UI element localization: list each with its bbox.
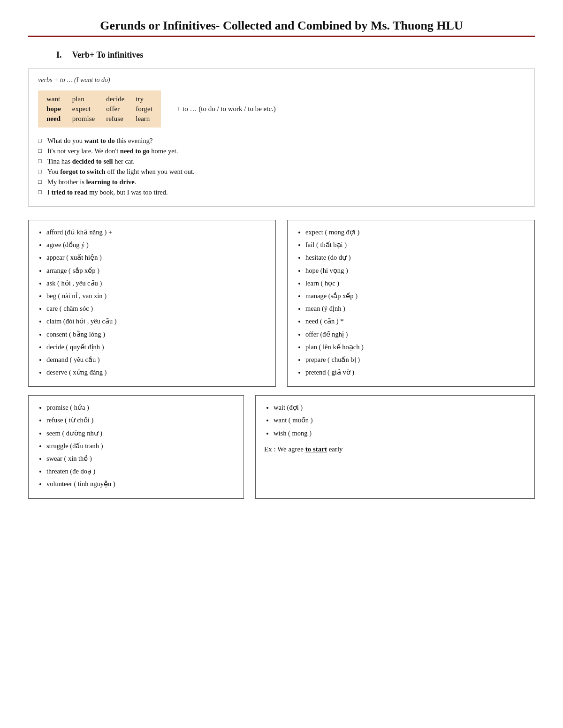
right-item-2: fail ( thất bại ) bbox=[305, 240, 526, 250]
bl-item-3: seem ( dường như ) bbox=[46, 428, 235, 439]
bl-item-5: swear ( xin thề ) bbox=[46, 453, 235, 464]
left-item-8: claim (đòi hỏi , yêu cầu ) bbox=[46, 316, 267, 327]
right-vocab-box: expect ( mong đợi ) fail ( thất bại ) he… bbox=[287, 220, 535, 387]
left-item-11: demand ( yêu cầu ) bbox=[46, 354, 267, 365]
left-item-9: consent ( bằng lòng ) bbox=[46, 329, 267, 340]
intro-formula: verbs + to … (I want to do) bbox=[38, 76, 525, 84]
right-item-3: hesitate (do dự ) bbox=[305, 252, 526, 263]
word-table: want plan decide try hope expect offer f… bbox=[38, 90, 525, 128]
word-expect: expect bbox=[72, 105, 95, 113]
right-item-1: expect ( mong đợi ) bbox=[305, 227, 526, 238]
example-4: You forgot to switch off the light when … bbox=[38, 168, 525, 176]
word-offer: offer bbox=[106, 105, 124, 113]
example-sentence: Ex : We agree to start early bbox=[264, 445, 526, 453]
bl-item-2: refuse ( từ chối ) bbox=[46, 415, 235, 426]
bl-item-6: threaten (đe doạ ) bbox=[46, 466, 235, 477]
word-want: want bbox=[46, 95, 61, 103]
right-item-9: offer (đề nghị ) bbox=[305, 329, 526, 340]
left-vocab-box: afford (đủ khả năng ) + agree (đồng ý ) … bbox=[28, 220, 276, 387]
word-plan: plan bbox=[72, 95, 95, 103]
right-vocab-list: expect ( mong đợi ) fail ( thất bại ) he… bbox=[296, 227, 526, 378]
left-item-5: ask ( hỏi , yêu cầu ) bbox=[46, 278, 267, 289]
left-item-4: arrange ( sắp xếp ) bbox=[46, 265, 267, 276]
formula-right: + to … (to do / to work / to be etc.) bbox=[172, 90, 276, 128]
br-item-2: want ( muốn ) bbox=[274, 415, 526, 426]
right-item-11: prepare ( chuẩn bị ) bbox=[305, 354, 526, 365]
page-title: Gerunds or Infinitives- Collected and Co… bbox=[28, 19, 535, 37]
right-item-5: learn ( học ) bbox=[305, 278, 526, 289]
left-item-1: afford (đủ khả năng ) + bbox=[46, 227, 267, 238]
section-title: Verb+ To infinitives bbox=[72, 50, 144, 60]
word-promise: promise bbox=[72, 115, 95, 123]
bottom-right-box: wait (đợi ) want ( muốn ) wish ( mong ) … bbox=[255, 395, 535, 498]
section-roman: I. bbox=[56, 50, 62, 60]
bl-item-7: volunteer ( tình nguyện ) bbox=[46, 479, 235, 489]
bottom-left-box: promise ( hứa ) refuse ( từ chối ) seem … bbox=[28, 395, 244, 498]
example-1: What do you want to do this evening? bbox=[38, 137, 525, 145]
left-item-10: decide ( quyết định ) bbox=[46, 342, 267, 353]
word-refuse: refuse bbox=[106, 115, 124, 123]
word-try: try bbox=[136, 95, 152, 103]
word-learn: learn bbox=[136, 115, 152, 123]
right-item-7: mean (ý định ) bbox=[305, 303, 526, 314]
left-vocab-list: afford (đủ khả năng ) + agree (đồng ý ) … bbox=[37, 227, 267, 378]
section-heading: I. Verb+ To infinitives bbox=[56, 50, 535, 60]
bl-item-4: struggle (đấu tranh ) bbox=[46, 441, 235, 451]
left-item-6: beg ( nài nỉ , van xin ) bbox=[46, 291, 267, 301]
br-item-1: wait (đợi ) bbox=[274, 402, 526, 413]
example-6: I tried to read my book, but I was too t… bbox=[38, 188, 525, 196]
word-need: need bbox=[46, 115, 61, 123]
bl-item-1: promise ( hứa ) bbox=[46, 402, 235, 413]
left-item-7: care ( chăm sóc ) bbox=[46, 303, 267, 314]
bottom-right-list: wait (đợi ) want ( muốn ) wish ( mong ) bbox=[264, 402, 526, 439]
left-item-12: deserve ( xứng đáng ) bbox=[46, 367, 267, 378]
right-item-8: need ( cần ) * bbox=[305, 316, 526, 327]
bottom-left-list: promise ( hứa ) refuse ( từ chối ) seem … bbox=[37, 402, 235, 489]
example-5: My brother is learning to drive. bbox=[38, 178, 525, 186]
examples-list: What do you want to do this evening? It'… bbox=[38, 137, 525, 196]
right-item-4: hope (hi vọng ) bbox=[305, 265, 526, 276]
intro-box: verbs + to … (I want to do) want plan de… bbox=[28, 68, 535, 207]
word-forget: forget bbox=[136, 105, 152, 113]
right-item-6: manage (sắp xếp ) bbox=[305, 291, 526, 301]
right-item-10: plan ( lên kế hoạch ) bbox=[305, 342, 526, 353]
word-decide: decide bbox=[106, 95, 124, 103]
word-group: want plan decide try hope expect offer f… bbox=[38, 90, 161, 128]
right-item-12: pretend ( giả vờ ) bbox=[305, 367, 526, 378]
left-item-2: agree (đồng ý ) bbox=[46, 240, 267, 250]
example-2: It's not very late. We don't need to go … bbox=[38, 147, 525, 155]
bottom-section: promise ( hứa ) refuse ( từ chối ) seem … bbox=[28, 395, 535, 498]
word-hope: hope bbox=[46, 105, 61, 113]
br-item-3: wish ( mong ) bbox=[274, 428, 526, 439]
example-3: Tina has decided to sell her car. bbox=[38, 158, 525, 165]
left-item-3: appear ( xuất hiện ) bbox=[46, 252, 267, 263]
two-col-section: afford (đủ khả năng ) + agree (đồng ý ) … bbox=[28, 220, 535, 387]
